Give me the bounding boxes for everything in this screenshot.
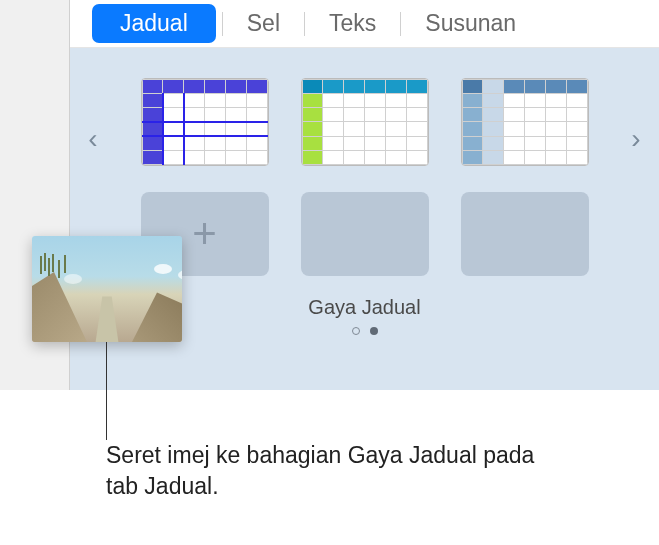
table-style-2[interactable] [301,78,429,166]
empty-style-slot[interactable] [301,192,429,276]
page-dot-active[interactable] [370,327,378,335]
tab-sel[interactable]: Sel [229,4,298,43]
tab-susunan[interactable]: Susunan [407,4,534,43]
callout-caption: Seret imej ke bahagian Gaya Jadual pada … [106,440,546,502]
dragged-image-thumbnail[interactable] [32,236,182,342]
empty-style-slot[interactable] [461,192,589,276]
chevron-left-icon[interactable]: ‹ [78,123,108,155]
tab-divider [304,12,305,36]
chevron-right-icon[interactable]: › [621,123,651,155]
table-style-1[interactable] [141,78,269,166]
page-dot[interactable] [352,327,360,335]
callout-line [106,342,107,440]
plus-icon: + [192,210,217,258]
tab-divider [222,12,223,36]
tab-bar: Jadual Sel Teks Susunan [70,0,659,48]
tab-jadual[interactable]: Jadual [92,4,216,43]
tab-teks[interactable]: Teks [311,4,394,43]
table-style-3[interactable] [461,78,589,166]
tab-divider [400,12,401,36]
